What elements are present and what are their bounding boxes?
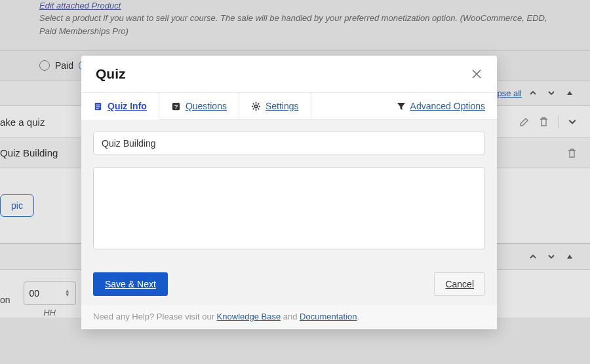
quiz-row-label: Quiz Building — [0, 147, 58, 158]
clipboard-icon — [93, 101, 103, 111]
tab-settings[interactable]: Settings — [239, 92, 311, 120]
chevron-up-icon[interactable] — [526, 249, 540, 264]
chevron-down-icon[interactable] — [568, 117, 577, 126]
quiz-modal: Quiz Quiz Info ? Questions Settings — [81, 56, 497, 329]
modal-footer: Need any Help? Please visit our Knowledg… — [81, 305, 497, 329]
triangle-up-icon[interactable] — [562, 86, 577, 100]
svg-text:?: ? — [174, 103, 178, 110]
question-icon: ? — [171, 101, 181, 111]
svg-line-13 — [253, 108, 254, 109]
trash-icon[interactable] — [539, 117, 549, 127]
quiz-description-textarea[interactable] — [93, 167, 485, 249]
tab-quiz-info[interactable]: Quiz Info — [81, 92, 159, 120]
knowledge-base-link[interactable]: Knowledge Base — [217, 312, 281, 321]
tab-label: Quiz Info — [108, 101, 147, 111]
triangle-up-icon[interactable] — [562, 249, 577, 264]
svg-line-11 — [253, 103, 254, 104]
svg-line-14 — [258, 103, 259, 104]
hours-input[interactable]: 00 ▲▼ — [24, 282, 76, 305]
lesson-row-label: ake a quiz — [0, 117, 45, 128]
hours-label: HH — [43, 308, 56, 318]
cancel-button[interactable]: Cancel — [434, 272, 485, 296]
edit-icon[interactable] — [519, 117, 530, 127]
tab-label: Settings — [266, 101, 299, 111]
svg-rect-3 — [96, 108, 99, 109]
chevron-down-icon[interactable] — [544, 249, 559, 264]
tab-advanced-options[interactable]: Advanced Options — [385, 92, 497, 120]
paid-radio-unselected[interactable] — [39, 60, 50, 71]
footer-mid: and — [281, 312, 300, 321]
save-and-next-button[interactable]: Save & Next — [93, 272, 168, 296]
footer-suffix: . — [357, 312, 360, 321]
tab-label: Questions — [186, 101, 227, 111]
tab-label: Advanced Options — [410, 101, 485, 111]
footer-prefix: Need any Help? Please visit our — [93, 312, 217, 321]
svg-rect-1 — [96, 104, 100, 105]
svg-line-12 — [258, 108, 259, 109]
modal-body — [81, 120, 497, 263]
chevron-down-icon[interactable] — [544, 86, 559, 100]
quiz-title-input[interactable] — [93, 132, 485, 155]
add-topic-button[interactable]: pic — [0, 194, 34, 217]
close-icon[interactable] — [471, 68, 482, 80]
svg-rect-2 — [96, 106, 100, 107]
product-description-text: Select a product if you want to sell you… — [39, 12, 564, 37]
duration-section-label: on — [0, 295, 10, 305]
paid-label: Paid — [55, 60, 73, 71]
chevron-up-icon[interactable] — [526, 86, 540, 100]
edit-attached-product-link[interactable]: Edit attached Product — [39, 1, 121, 10]
trash-icon[interactable] — [567, 148, 577, 158]
modal-tabs: Quiz Info ? Questions Settings Advanced … — [81, 92, 497, 120]
tab-questions[interactable]: ? Questions — [159, 92, 239, 120]
filter-icon — [397, 101, 406, 111]
modal-title: Quiz — [96, 66, 126, 82]
svg-point-6 — [254, 105, 257, 107]
gear-icon — [251, 101, 261, 111]
documentation-link[interactable]: Documentation — [300, 312, 357, 321]
